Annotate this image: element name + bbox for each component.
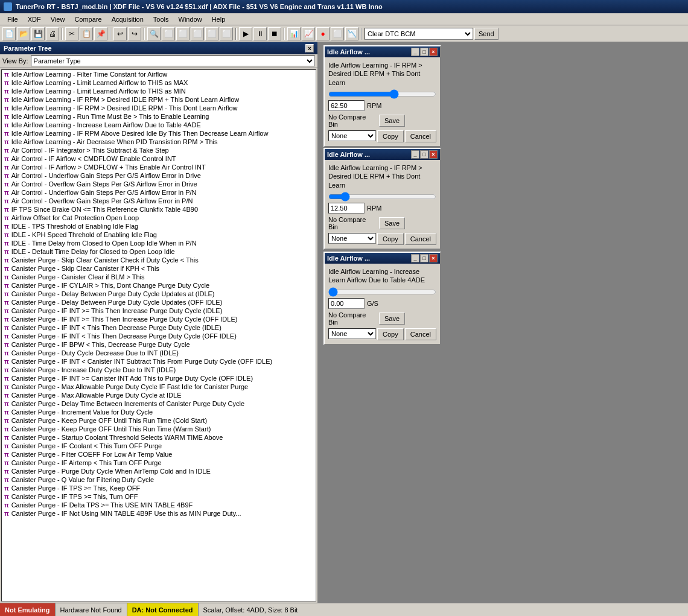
toolbar-b1[interactable]: ⬜	[162, 27, 175, 40]
float-window-1-slider[interactable]	[328, 92, 436, 97]
tree-item[interactable]: πCanister Purge - Delay Between Purge Du…	[2, 290, 316, 298]
tree-item[interactable]: πCanister Purge - Max Allowable Purge Du…	[2, 391, 316, 399]
tree-item[interactable]: πAir Control - Underflow Gain Steps Per …	[2, 188, 316, 197]
tree-item[interactable]: πCanister Purge - IF TPS >= This, Turn O…	[2, 492, 316, 501]
float-window-3-compare-select[interactable]: None	[328, 328, 376, 339]
toolbar-b3[interactable]: ⬜	[191, 27, 204, 40]
tree-item[interactable]: πCanister Purge - IF CYLAIR > This, Dont…	[2, 281, 316, 290]
toolbar-b9[interactable]: 📊	[287, 27, 301, 40]
tree-item[interactable]: πIdle Airflow Learning - Limit Learned A…	[2, 78, 316, 87]
float-window-2-cancel[interactable]: Cancel	[405, 233, 436, 245]
tree-item[interactable]: πCanister Purge - IF BPW < This, Decreas…	[2, 340, 316, 349]
tree-item[interactable]: πCanister Purge - Skip Clear Canister Ch…	[2, 256, 316, 264]
tree-item[interactable]: πCanister Purge - IF Airtemp < This Turn…	[2, 459, 316, 467]
float-window-2-max[interactable]: □	[420, 150, 428, 159]
float-window-2-save[interactable]: Save	[379, 217, 405, 229]
param-tree-list[interactable]: πIdle Airflow Learning - Filter Time Con…	[1, 69, 316, 602]
toolbar-send-button[interactable]: Send	[474, 28, 498, 40]
float-window-2-min[interactable]: _	[411, 150, 419, 159]
toolbar-b12[interactable]: 📉	[345, 27, 358, 40]
toolbar-paste[interactable]: 📌	[94, 27, 107, 40]
toolbar-b11[interactable]: ⬜	[331, 27, 344, 40]
tree-item[interactable]: πCanister Purge - Filter COEFF For Low A…	[2, 450, 316, 459]
tree-item[interactable]: πCanister Purge - Increment Value for Du…	[2, 408, 316, 416]
tree-item[interactable]: πAir Control - IF Airflow < CMDFLOW Enab…	[2, 154, 316, 163]
tree-item[interactable]: πCanister Purge - IF INT >= Canister INT…	[2, 374, 316, 383]
float-window-3-save[interactable]: Save	[379, 313, 405, 325]
float-window-3-cancel[interactable]: Cancel	[405, 328, 436, 340]
tree-item[interactable]: πCanister Purge - Delay Between Purge Du…	[2, 298, 316, 306]
tree-item[interactable]: πIDLE - Time Delay from Closed to Open L…	[2, 239, 316, 247]
menu-acquisition[interactable]: Acquisition	[107, 14, 148, 24]
toolbar-copy-t[interactable]: 📋	[80, 27, 93, 40]
tree-item[interactable]: πAirflow Offset for Cat Protection Open …	[2, 214, 316, 222]
toolbar-b4[interactable]: ⬜	[205, 27, 218, 40]
tree-item[interactable]: πAir Control - IF Integrator > This Subt…	[2, 146, 316, 154]
tree-item[interactable]: πIdle Airflow Learning - IF RPM > Desire…	[2, 104, 316, 112]
float-window-1-max[interactable]: □	[420, 48, 428, 56]
tree-item[interactable]: πCanister Purge - Purge Duty Cycle When …	[2, 467, 316, 475]
tree-item[interactable]: πCanister Purge - IF Delta TPS >= This U…	[2, 501, 316, 509]
toolbar-dtc-select[interactable]: Clear DTC BCM	[365, 28, 473, 40]
tree-item[interactable]: πCanister Purge - Delay Time Between Inc…	[2, 399, 316, 408]
float-window-2-value[interactable]	[328, 203, 365, 214]
tree-item[interactable]: πIdle Airflow Learning - Increase Learn …	[2, 121, 316, 129]
toolbar-new[interactable]: 📄	[2, 27, 16, 40]
float-window-3-titlebar[interactable]: Idle Airflow ... _ □ ×	[325, 253, 440, 264]
menu-tools[interactable]: Tools	[148, 14, 174, 24]
float-window-1-copy[interactable]: Copy	[377, 130, 404, 142]
tree-item[interactable]: πIdle Airflow Learning - Run Time Must B…	[2, 112, 316, 121]
tree-item[interactable]: πAir Control - Underflow Gain Steps Per …	[2, 171, 316, 180]
tree-item[interactable]: πIDLE - KPH Speed Threhold of Enabling I…	[2, 230, 316, 239]
float-window-3-close[interactable]: ×	[429, 254, 438, 262]
toolbar-undo[interactable]: ↩	[113, 27, 127, 40]
float-window-2-titlebar[interactable]: Idle Airflow ... _ □ ×	[325, 149, 440, 160]
float-window-1-value[interactable]	[328, 100, 365, 111]
float-window-2-compare-select[interactable]: None	[328, 233, 376, 244]
tree-item[interactable]: πIDLE - Default Time Delay for Closed to…	[2, 247, 316, 256]
tree-item[interactable]: πIdle Airflow Learning - IF RPM > Desire…	[2, 95, 316, 104]
tree-item[interactable]: πCanister Purge - IF INT >= This Then In…	[2, 306, 316, 315]
toolbar-b10[interactable]: 📈	[302, 27, 315, 40]
tree-item[interactable]: πIF TPS Since Brake ON <= This Reference…	[2, 205, 316, 214]
tree-item[interactable]: πCanister Purge - IF TPS >= This, Keep O…	[2, 484, 316, 492]
tree-item[interactable]: πCanister Purge - IF Not Using MIN TABLE…	[2, 509, 316, 518]
float-window-2-copy[interactable]: Copy	[377, 233, 404, 245]
tree-item[interactable]: πIDLE - TPS Threshold of Enabling Idle F…	[2, 222, 316, 230]
float-window-3-value[interactable]	[328, 298, 365, 309]
float-window-2-close[interactable]: ×	[429, 150, 438, 159]
menu-view[interactable]: View	[46, 14, 70, 24]
tree-item[interactable]: πCanister Purge - IF INT >= This Then In…	[2, 315, 316, 323]
menu-file[interactable]: File	[2, 14, 23, 24]
float-window-3-slider[interactable]	[328, 290, 436, 294]
tree-item[interactable]: πCanister Purge - IF Coolant < This Turn…	[2, 442, 316, 450]
tree-item[interactable]: πCanister Purge - Startup Coolant Thresh…	[2, 433, 316, 442]
float-window-2-slider[interactable]	[328, 194, 436, 199]
toolbar-redo[interactable]: ↪	[128, 27, 141, 40]
tree-item[interactable]: πCanister Purge - Max Allowable Purge Du…	[2, 383, 316, 391]
float-window-1-save[interactable]: Save	[379, 115, 405, 127]
float-window-3-min[interactable]: _	[411, 254, 419, 262]
tree-item[interactable]: πCanister Purge - Keep Purge OFF Until T…	[2, 425, 316, 433]
toolbar-find[interactable]: 🔍	[147, 27, 161, 40]
float-window-1-titlebar[interactable]: Idle Airflow ... _ □ ×	[325, 46, 440, 57]
toolbar-b6[interactable]: ▶	[239, 27, 252, 40]
float-window-1-compare-select[interactable]: None	[328, 130, 376, 141]
toolbar-b7[interactable]: ⏸	[253, 27, 267, 40]
tree-item[interactable]: πCanister Purge - Keep Purge OFF Until T…	[2, 416, 316, 425]
toolbar-cut[interactable]: ✂	[65, 27, 78, 40]
float-window-3-max[interactable]: □	[420, 254, 428, 262]
float-window-3-copy[interactable]: Copy	[377, 328, 404, 340]
tree-item[interactable]: πCanister Purge - Canister Clear if BLM …	[2, 273, 316, 281]
tree-item[interactable]: πCanister Purge - IF INT < This Then Dec…	[2, 332, 316, 340]
toolbar-print[interactable]: 🖨	[46, 27, 59, 40]
param-tree-close[interactable]: ×	[305, 44, 314, 52]
tree-item[interactable]: πIdle Airflow Learning - Filter Time Con…	[2, 70, 316, 78]
menu-window[interactable]: Window	[174, 14, 207, 24]
menu-xdf[interactable]: XDF	[23, 14, 46, 24]
toolbar-b8[interactable]: ⏹	[268, 27, 281, 40]
tree-item[interactable]: πCanister Purge - Increase Duty Cycle Du…	[2, 366, 316, 374]
view-by-select[interactable]: Parameter Type	[31, 56, 315, 66]
toolbar-b2[interactable]: ⬜	[176, 27, 190, 40]
toolbar-rec[interactable]: ●	[316, 27, 330, 40]
